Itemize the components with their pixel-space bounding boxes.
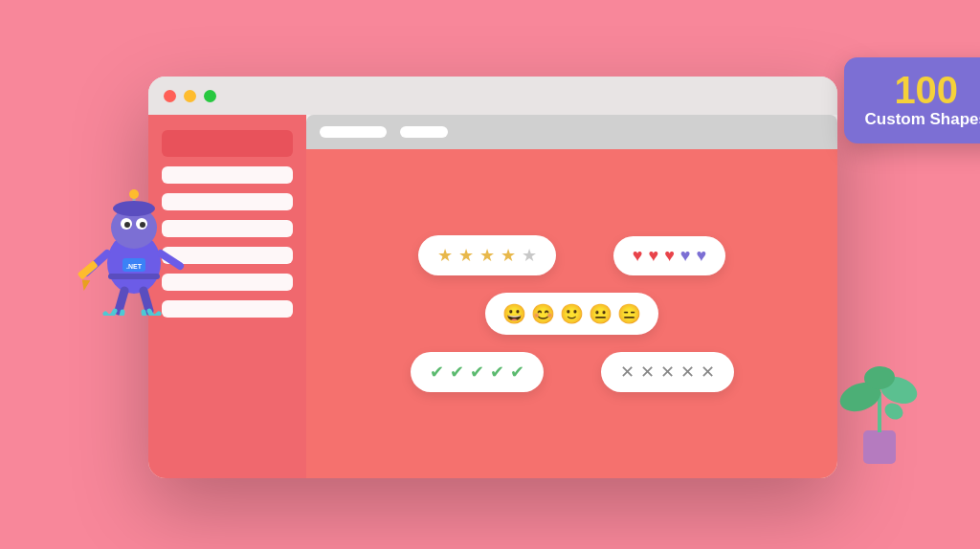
row-checks-crosses: ✔ ✔ ✔ ✔ ✔ ✕ ✕ ✕ ✕ ✕: [411, 352, 734, 392]
svg-rect-17: [108, 274, 160, 279]
tab-pill-2: [400, 126, 448, 138]
svg-line-13: [119, 291, 124, 311]
svg-line-14: [144, 291, 149, 311]
cross-2: ✕: [640, 362, 655, 383]
robot-character: .NET: [77, 163, 191, 316]
star-1: ★: [437, 245, 453, 266]
tab-pill-1: [320, 126, 387, 138]
face-2: 😊: [531, 302, 555, 325]
cross-3: ✕: [660, 362, 675, 383]
check-3: ✔: [470, 362, 484, 383]
heart-5: ♥: [697, 246, 707, 266]
badge-100-custom-shapes: 100 Custom Shapes: [844, 57, 980, 143]
face-1: 😀: [502, 302, 526, 325]
svg-point-7: [129, 189, 139, 199]
svg-point-5: [140, 222, 145, 228]
sidebar-item-1[interactable]: [162, 130, 293, 157]
heart-4: ♥: [680, 246, 691, 266]
window-dot-red[interactable]: [164, 90, 176, 102]
checks-pill: ✔ ✔ ✔ ✔ ✔: [411, 352, 544, 392]
heart-2: ♥: [648, 246, 658, 266]
star-4: ★: [501, 245, 516, 266]
svg-point-4: [124, 222, 130, 228]
check-2: ✔: [450, 362, 464, 383]
svg-line-12: [161, 253, 180, 266]
rating-content-area: ★ ★ ★ ★ ★ ♥ ♥ ♥ ♥ ♥: [306, 149, 837, 478]
svg-point-8: [113, 201, 155, 216]
svg-text:.NET: .NET: [126, 263, 143, 270]
row-faces: 😀 😊 🙂 😐 😑: [485, 293, 658, 335]
heart-3: ♥: [664, 246, 675, 266]
stars-pill: ★ ★ ★ ★ ★: [418, 235, 556, 275]
cross-1: ✕: [620, 362, 635, 383]
hearts-pill: ♥ ♥ ♥ ♥ ♥: [613, 236, 725, 275]
faces-pill: 😀 😊 🙂 😐 😑: [485, 293, 658, 335]
check-1: ✔: [430, 362, 444, 383]
face-5: 😑: [617, 302, 641, 325]
window-dot-green[interactable]: [204, 90, 216, 102]
browser-titlebar: [148, 77, 837, 115]
svg-rect-18: [863, 430, 896, 464]
row-stars-hearts: ★ ★ ★ ★ ★ ♥ ♥ ♥ ♥ ♥: [418, 235, 725, 275]
badge-number: 100: [865, 71, 980, 109]
check-4: ✔: [490, 362, 504, 383]
badge-text: Custom Shapes: [865, 109, 980, 130]
heart-1: ♥: [633, 246, 643, 266]
crosses-pill: ✕ ✕ ✕ ✕ ✕: [601, 352, 734, 392]
face-4: 😐: [589, 302, 612, 325]
face-3: 🙂: [560, 302, 584, 325]
svg-rect-10: [78, 260, 99, 279]
browser-content: ★ ★ ★ ★ ★ ♥ ♥ ♥ ♥ ♥: [148, 115, 837, 478]
star-5: ★: [522, 245, 537, 266]
svg-marker-11: [78, 276, 93, 291]
cross-4: ✕: [680, 362, 695, 383]
main-panel: ★ ★ ★ ★ ★ ♥ ♥ ♥ ♥ ♥: [306, 115, 837, 478]
tab-bar: [306, 115, 837, 149]
window-dot-yellow[interactable]: [184, 90, 196, 102]
browser-window: ★ ★ ★ ★ ★ ♥ ♥ ♥ ♥ ♥: [148, 77, 837, 478]
star-3: ★: [479, 245, 495, 266]
cross-5: ✕: [701, 362, 715, 383]
check-5: ✔: [510, 362, 524, 383]
plant-decoration: [836, 344, 923, 472]
star-2: ★: [458, 245, 474, 266]
